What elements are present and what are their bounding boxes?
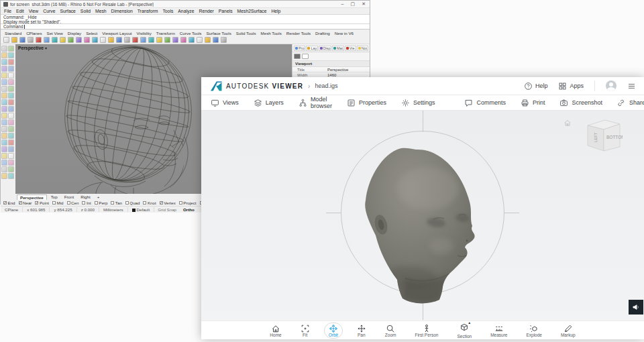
toolbar-tab-display[interactable]: Display (68, 31, 81, 36)
model-browser-button[interactable]: Model browser (299, 96, 332, 109)
viewcube-cube[interactable]: LEFT BOTTOM (582, 117, 623, 154)
toolbar-tab-transform[interactable]: Transform (156, 31, 175, 36)
maximize-button[interactable]: ▢ (351, 1, 356, 7)
sidebar-tool-icon[interactable] (8, 46, 14, 52)
layers-button[interactable]: Layers (254, 99, 284, 107)
toolbar-icon[interactable] (19, 37, 25, 43)
sidebar-tool-icon[interactable] (8, 72, 14, 78)
command-input[interactable]: Command (1, 24, 370, 30)
sidebar-tool-icon[interactable] (8, 139, 14, 146)
sidebar-tool-icon[interactable] (8, 119, 14, 125)
viewport-tab-right[interactable]: Right (78, 194, 93, 199)
menu-file[interactable]: File (4, 9, 11, 13)
sidebar-tool-icon[interactable] (8, 52, 14, 58)
osnap-tan[interactable]: Tan (111, 201, 121, 205)
viewcube-bottom-label[interactable]: BOTTOM (606, 135, 623, 139)
toolbar-icon[interactable] (156, 37, 162, 43)
toolbar-icon[interactable] (28, 37, 34, 43)
sidebar-tool-icon[interactable] (1, 59, 7, 65)
toolbar-tab-select[interactable]: Select (86, 31, 97, 36)
sidebar-tool-icon[interactable] (1, 133, 7, 139)
toolbar-icon[interactable] (108, 37, 114, 43)
menu-tools[interactable]: Tools (162, 9, 173, 13)
toolbar-tab-cplanes[interactable]: CPlanes (26, 31, 42, 36)
toolbar-tab-mesh-tools[interactable]: Mesh Tools (261, 31, 282, 36)
minimize-button[interactable]: – (341, 1, 344, 7)
print-button[interactable]: Print (521, 99, 545, 107)
tool-measure[interactable]: Measure (486, 323, 512, 339)
toolbar-icon[interactable] (52, 37, 58, 43)
toolbar-icon[interactable] (148, 37, 154, 43)
tool-pan[interactable]: Pan (352, 323, 371, 339)
osnap-end[interactable]: End (3, 201, 15, 205)
toolbar-icon[interactable] (205, 37, 211, 43)
osnap-int[interactable]: Int (82, 201, 91, 205)
panel-tab-display[interactable]: Disp... (319, 46, 331, 51)
menu-curve[interactable]: Curve (43, 9, 55, 13)
sidebar-tool-icon[interactable] (8, 146, 14, 152)
osnap-point[interactable]: Point (35, 201, 49, 205)
sidebar-tool-icon[interactable] (1, 126, 7, 132)
tool-orbit[interactable]: Orbit (324, 323, 343, 339)
sidebar-tool-icon[interactable] (8, 86, 14, 92)
toolbar-icon[interactable] (44, 37, 50, 43)
rhino-titlebar[interactable]: for screen_shot.3dm (16 MB) - Rhino 6 No… (1, 1, 370, 8)
properties-button[interactable]: Properties (347, 99, 386, 107)
toolbar-tab-render-tools[interactable]: Render Tools (286, 31, 311, 36)
hamburger-menu-button[interactable] (627, 82, 636, 91)
menu-mesh[interactable]: Mesh (95, 9, 107, 13)
osnap-vertex[interactable]: Vertex (160, 201, 176, 205)
sidebar-tool-icon[interactable] (1, 173, 7, 179)
toggle-ortho[interactable]: Ortho (180, 207, 198, 212)
viewcube-left-label[interactable]: LEFT (594, 132, 598, 142)
osnap-knot[interactable]: Knot (143, 201, 156, 205)
toolbar-tab-new-in-v6[interactable]: New in V6 (335, 31, 354, 36)
toolbar-icon[interactable] (3, 37, 9, 43)
menu-render[interactable]: Render (199, 9, 214, 13)
menu-dimension[interactable]: Dimension (111, 9, 133, 13)
toolbar-icon[interactable] (172, 37, 178, 43)
menu-panels[interactable]: Panels (219, 9, 233, 13)
toolbar-tab-set-view[interactable]: Set View (47, 31, 63, 36)
chevron-down-icon[interactable]: ▾ (45, 46, 47, 50)
toolbar-icon[interactable] (84, 37, 90, 43)
sidebar-tool-icon[interactable] (8, 133, 14, 139)
menu-help[interactable]: Help (271, 9, 280, 13)
tool-markup[interactable]: Markup (556, 323, 580, 339)
menu-edit[interactable]: Edit (16, 9, 24, 13)
osnap-cen[interactable]: Cen (67, 201, 79, 205)
toolbar-icon[interactable] (124, 37, 130, 43)
autodesk-brand[interactable]: AUTODESK VIEWER (211, 81, 303, 91)
viewcube[interactable]: LEFT BOTTOM (582, 117, 636, 154)
toolbar-icon[interactable] (197, 37, 203, 43)
viewcube-home-icon[interactable] (564, 119, 572, 127)
sidebar-tool-icon[interactable] (1, 66, 7, 72)
osnap-quad[interactable]: Quad (125, 201, 140, 205)
menu-surface[interactable]: Surface (60, 9, 75, 13)
toolbar-icon[interactable] (164, 37, 170, 43)
settings-button[interactable]: Settings (401, 99, 435, 107)
sidebar-tool-icon[interactable] (1, 139, 7, 146)
toolbar-icon[interactable] (116, 37, 122, 43)
osnap-near[interactable]: Near (19, 201, 32, 205)
menu-solid[interactable]: Solid (80, 9, 91, 13)
close-button[interactable]: ✕ (362, 1, 366, 7)
toolbar-icon[interactable] (132, 37, 138, 43)
sidebar-tool-icon[interactable] (8, 113, 14, 119)
sidebar-tool-icon[interactable] (8, 166, 14, 172)
sidebar-tool-icon[interactable] (1, 119, 7, 125)
toolbar-icon[interactable] (213, 37, 219, 43)
camera-mode-button[interactable] (294, 54, 301, 59)
sidebar-tool-icon[interactable] (1, 52, 7, 58)
toolbar-tab-viewport-layout[interactable]: Viewport Layout (102, 31, 131, 36)
user-avatar[interactable] (606, 80, 616, 91)
cplane-indicator[interactable]: CPlane (1, 207, 23, 212)
sidebar-tool-icon[interactable] (1, 93, 7, 99)
toolbar-tab-standard[interactable]: Standard (5, 31, 21, 36)
tool-first-person[interactable]: First Person (410, 323, 443, 339)
views-button[interactable]: Views (211, 99, 239, 107)
sidebar-tool-icon[interactable] (8, 160, 14, 166)
toolbar-tab-drafting[interactable]: Drafting (315, 31, 330, 36)
osnap-project[interactable]: Project (179, 201, 197, 205)
sidebar-tool-icon[interactable] (8, 93, 14, 99)
